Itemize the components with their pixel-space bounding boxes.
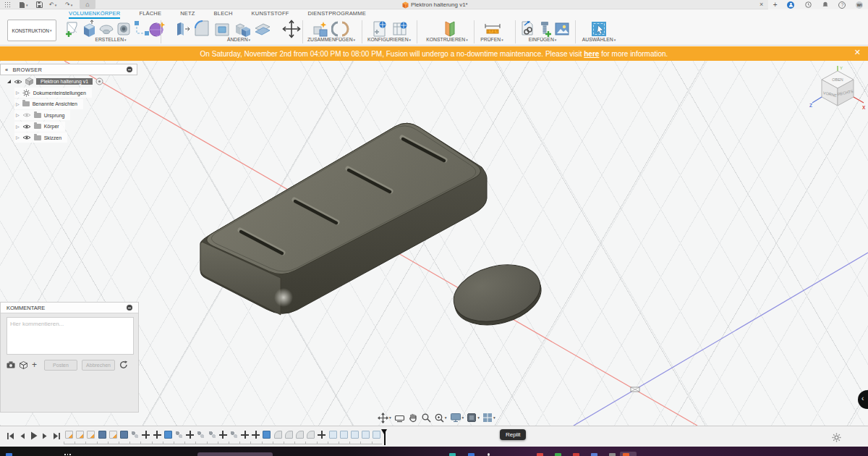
taskbar-icon[interactable] xyxy=(555,453,561,456)
timeline-settings-gear-icon[interactable] xyxy=(832,432,841,445)
display-settings-icon[interactable]: ▾ xyxy=(450,413,464,423)
expand-closed-icon[interactable]: ▷ xyxy=(16,90,20,95)
taskbar-app-grid-icon[interactable] xyxy=(64,453,72,456)
profile-icon[interactable] xyxy=(787,1,794,9)
timeline-feature-sketch[interactable] xyxy=(87,431,95,439)
pan-hand-icon[interactable] xyxy=(408,413,418,423)
timeline-feature-box[interactable] xyxy=(373,431,380,439)
tab-volumenkoerper[interactable]: VOLUMENKÖRPER xyxy=(69,9,120,19)
timeline-feature-joint[interactable] xyxy=(230,431,238,439)
taskbar-icon[interactable] xyxy=(591,453,597,456)
press-pull-icon[interactable] xyxy=(172,20,191,38)
timeline-feature-box[interactable] xyxy=(329,431,337,439)
construction-plane-icon[interactable] xyxy=(440,20,459,38)
timeline-feature-fillet[interactable] xyxy=(285,431,293,439)
origin-point[interactable] xyxy=(629,385,641,394)
play-button[interactable] xyxy=(29,431,38,441)
joint-icon[interactable] xyxy=(331,20,350,38)
auswaehlen-group-label[interactable]: AUSWÄHLEN xyxy=(563,37,635,44)
timeline-feature-sketch[interactable] xyxy=(65,431,73,439)
step-back-button[interactable] xyxy=(18,431,26,441)
panel-options-icon[interactable] xyxy=(127,67,132,72)
extrude-icon[interactable] xyxy=(80,20,98,38)
post-comment-button[interactable]: Posten xyxy=(44,360,77,371)
browser-item-dokumenteinstellungen[interactable]: ▷ Dokumenteinstellungen xyxy=(14,88,137,98)
taskbar-search[interactable] xyxy=(197,452,273,456)
timeline-feature-move[interactable] xyxy=(153,431,161,439)
browser-item-koerper[interactable]: ▷ Körper xyxy=(14,122,137,132)
timeline-feature-combine[interactable] xyxy=(263,431,271,439)
timeline-feature-combine[interactable] xyxy=(164,431,172,439)
browser-panel-header[interactable]: « BROWSER xyxy=(0,64,137,75)
visibility-eye-off-icon[interactable] xyxy=(22,112,31,118)
taskbar[interactable] xyxy=(0,447,868,456)
redo-icon[interactable]: ↷ xyxy=(65,1,72,9)
timeline-feature-fillet[interactable] xyxy=(274,431,282,439)
model-disc[interactable] xyxy=(448,256,548,334)
timeline-position-marker[interactable] xyxy=(381,429,388,445)
expand-closed-icon[interactable]: ▷ xyxy=(16,124,20,129)
tab-blech[interactable]: BLECH xyxy=(214,9,233,19)
home-icon[interactable]: ⌂ xyxy=(80,0,95,9)
tab-flaeche[interactable]: FLÄCHE xyxy=(139,9,161,19)
visibility-eye-icon[interactable] xyxy=(22,135,31,140)
taskbar-icon[interactable] xyxy=(488,453,490,456)
document-tab[interactable]: Plektron halterung v1* xyxy=(402,0,468,9)
new-component-icon[interactable] xyxy=(311,20,330,38)
insert-derive-icon[interactable] xyxy=(518,20,537,38)
tab-dienstprogramme[interactable]: DIENSTPROGRAMME xyxy=(307,9,366,19)
shell-icon[interactable] xyxy=(213,20,231,38)
add-icon[interactable]: + xyxy=(32,360,37,370)
tab-kunststoff[interactable]: KUNSTSTOFF xyxy=(252,9,289,19)
timeline-feature-move[interactable] xyxy=(241,431,249,439)
view-cube[interactable]: Y OBEN VORNE RECHTS Z X xyxy=(809,65,868,113)
timeline-feature-box[interactable] xyxy=(340,431,348,439)
timeline-feature-move[interactable] xyxy=(219,431,227,439)
zoom-icon[interactable] xyxy=(421,413,431,423)
timeline-feature-extrude[interactable] xyxy=(120,431,128,439)
save-icon[interactable] xyxy=(36,1,43,9)
collapse-panel-icon[interactable]: « xyxy=(5,67,8,73)
timeline-feature-fillet[interactable] xyxy=(296,431,304,439)
notifications-bell-icon[interactable] xyxy=(822,1,829,9)
timeline-feature-move[interactable] xyxy=(142,431,150,439)
revolve-icon[interactable] xyxy=(97,20,116,38)
timeline-feature-joint[interactable] xyxy=(131,431,139,439)
viewports-icon[interactable]: ▾ xyxy=(482,413,495,423)
timeline-feature-move[interactable] xyxy=(186,431,194,439)
timeline-track[interactable] xyxy=(64,442,382,444)
hole-icon[interactable] xyxy=(114,20,133,38)
timeline-feature-joint[interactable] xyxy=(197,431,205,439)
new-document-tab-icon[interactable]: + xyxy=(773,1,778,9)
skip-to-start-button[interactable] xyxy=(6,431,15,441)
comments-panel-header[interactable]: KOMMENTARE xyxy=(1,303,138,313)
look-at-icon[interactable] xyxy=(394,413,405,423)
konstruktion-dropdown[interactable]: KONSTRUKTION xyxy=(7,20,56,41)
taskbar-icon[interactable] xyxy=(468,453,475,456)
timeline-feature-joint[interactable] xyxy=(208,431,216,439)
form-icon[interactable] xyxy=(148,20,166,38)
browser-root-row[interactable]: Plektron halterung v1 xyxy=(7,77,137,87)
browser-item-ursprung[interactable]: ▷ Ursprung xyxy=(14,110,137,120)
combine-icon[interactable] xyxy=(233,20,252,38)
taskbar-icon[interactable] xyxy=(609,453,616,456)
tab-netz[interactable]: NETZ xyxy=(180,9,195,19)
browser-root-label[interactable]: Plektron halterung v1 xyxy=(36,78,93,85)
app-grid-icon[interactable] xyxy=(4,1,11,9)
cancel-comment-button[interactable]: Abbrechen xyxy=(82,360,115,371)
viewport-canvas[interactable]: Y OBEN VORNE RECHTS Z X « BROWSER Plektr… xyxy=(0,61,868,426)
banner-close-icon[interactable]: ✕ xyxy=(854,48,861,57)
refresh-icon[interactable] xyxy=(119,360,128,369)
split-body-icon[interactable] xyxy=(253,20,272,38)
screenshot-camera-icon[interactable] xyxy=(7,361,15,368)
timeline-feature-move[interactable] xyxy=(252,431,260,439)
timeline-feature-fillet[interactable] xyxy=(307,431,315,439)
zoom-window-icon[interactable]: ▾ xyxy=(434,413,447,423)
orbit-icon[interactable]: ▾ xyxy=(378,413,391,423)
visibility-eye-icon[interactable] xyxy=(22,124,31,130)
timeline-feature-sketch[interactable] xyxy=(76,431,84,439)
expand-closed-icon[interactable]: ▷ xyxy=(16,102,20,106)
timeline-feature-sketch[interactable] xyxy=(109,431,117,439)
skip-to-end-button[interactable] xyxy=(52,431,61,441)
close-document-icon[interactable]: × xyxy=(760,0,763,9)
